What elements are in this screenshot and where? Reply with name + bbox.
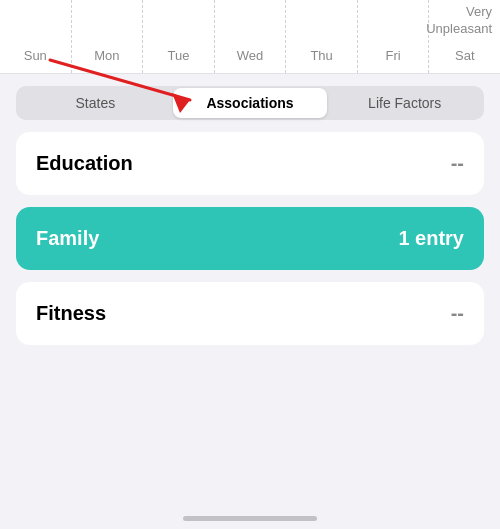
calendar-day-thu: Thu bbox=[286, 0, 358, 73]
calendar-header: VeryUnpleasant Sun Mon Tue Wed Thu Fri S… bbox=[0, 0, 500, 74]
very-unpleasant-label: VeryUnpleasant bbox=[426, 4, 492, 38]
calendar-grid: Sun Mon Tue Wed Thu Fri Sat bbox=[0, 0, 500, 73]
list-item-family[interactable]: Family 1 entry bbox=[16, 207, 484, 270]
list-item-fitness-value: -- bbox=[451, 302, 464, 325]
list-item-education[interactable]: Education -- bbox=[16, 132, 484, 195]
list-item-fitness-label: Fitness bbox=[36, 302, 106, 325]
calendar-day-tue: Tue bbox=[143, 0, 215, 73]
list-item-education-value: -- bbox=[451, 152, 464, 175]
list-item-family-value: 1 entry bbox=[398, 227, 464, 250]
tab-states[interactable]: States bbox=[18, 88, 173, 118]
calendar-day-fri: Fri bbox=[358, 0, 430, 73]
day-label-wed: Wed bbox=[237, 48, 264, 63]
calendar-day-sun: Sun bbox=[0, 0, 72, 73]
day-label-sun: Sun bbox=[24, 48, 47, 63]
day-label-fri: Fri bbox=[386, 48, 401, 63]
list-item-family-label: Family bbox=[36, 227, 99, 250]
day-label-thu: Thu bbox=[310, 48, 332, 63]
list-item-fitness[interactable]: Fitness -- bbox=[16, 282, 484, 345]
tab-associations[interactable]: Associations bbox=[173, 88, 328, 118]
calendar-day-mon: Mon bbox=[72, 0, 144, 73]
list-container: Education -- Family 1 entry Fitness -- bbox=[0, 132, 500, 345]
day-label-tue: Tue bbox=[167, 48, 189, 63]
day-label-sat: Sat bbox=[455, 48, 475, 63]
day-label-mon: Mon bbox=[94, 48, 119, 63]
tab-bar: States Associations Life Factors bbox=[0, 74, 500, 132]
home-indicator bbox=[183, 516, 317, 521]
tab-segment: States Associations Life Factors bbox=[16, 86, 484, 120]
calendar-day-wed: Wed bbox=[215, 0, 287, 73]
tab-life-factors[interactable]: Life Factors bbox=[327, 88, 482, 118]
list-item-education-label: Education bbox=[36, 152, 133, 175]
